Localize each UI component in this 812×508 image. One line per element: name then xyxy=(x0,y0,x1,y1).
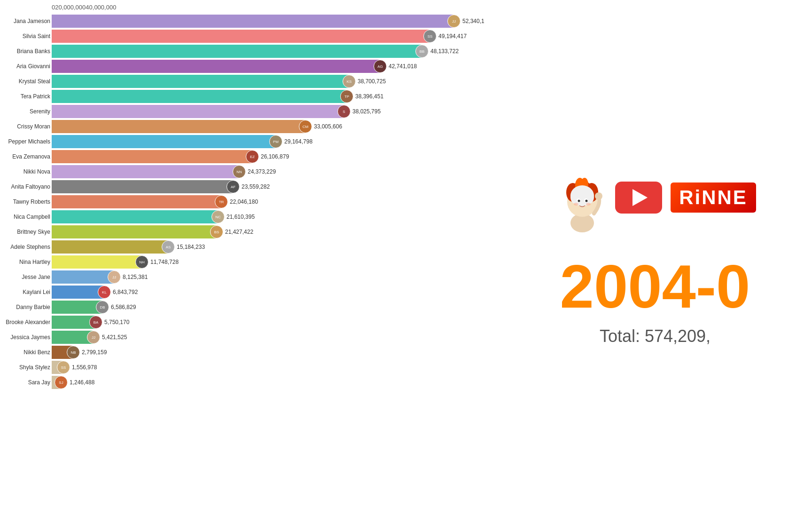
bar-avatar: KS xyxy=(343,75,356,88)
bar-avatar: DB xyxy=(96,301,109,314)
bar-track: TP38,396,451 xyxy=(52,90,498,103)
bar-label: Danny Barbie xyxy=(1,304,50,310)
bar-label: Serenity xyxy=(1,108,50,115)
bar-value-label: 26,106,879 xyxy=(261,153,289,160)
bar-label: Jesse Jane xyxy=(1,274,50,280)
bar-value-label: 38,396,451 xyxy=(355,93,383,100)
svg-point-15 xyxy=(586,203,591,206)
bar-label: Kaylani Lei xyxy=(1,289,50,295)
bar-row: Brittney SkyeBS21,427,422 xyxy=(52,225,498,239)
bar-value-label: 48,133,722 xyxy=(430,48,459,55)
bar-fill: AF xyxy=(52,180,233,193)
bar-value-label: 42,741,018 xyxy=(389,63,417,70)
bar-label: Nikki Benz xyxy=(1,349,50,356)
bar-value-label: 22,046,180 xyxy=(230,198,258,205)
bar-value-label: 8,125,381 xyxy=(123,274,148,280)
bar-fill: KL xyxy=(52,286,104,299)
bar-fill: S xyxy=(52,105,344,118)
bar-fill: EZ xyxy=(52,150,252,163)
bar-label: Nina Hartley xyxy=(1,259,50,265)
bar-avatar: AS xyxy=(162,240,175,254)
bar-fill: AS xyxy=(52,240,168,254)
svg-point-12 xyxy=(578,200,580,202)
logo-area: RiNNE xyxy=(554,162,756,237)
bar-avatar: BA xyxy=(89,316,102,329)
bar-fill: SJ xyxy=(52,376,61,389)
bar-avatar: NH xyxy=(135,255,148,269)
bar-value-label: 24,373,229 xyxy=(248,168,276,175)
bar-track: BS21,427,422 xyxy=(52,225,498,238)
bar-value-label: 5,750,170 xyxy=(104,319,129,325)
bar-avatar: AF xyxy=(226,180,240,193)
bar-value-label: 23,559,282 xyxy=(242,183,270,190)
bar-avatar: SS xyxy=(423,30,437,43)
bar-track: EZ26,106,879 xyxy=(52,150,498,163)
bar-label: Sara Jay xyxy=(1,379,50,386)
bar-fill: JJ xyxy=(52,270,114,284)
bar-track: AS15,184,233 xyxy=(52,240,498,254)
bar-row: Danny BarbieDB6,586,829 xyxy=(52,300,498,314)
bar-fill: JJ xyxy=(52,331,94,344)
bar-avatar: S xyxy=(337,105,351,118)
bar-row: Nica CampbellNC21,610,395 xyxy=(52,210,498,224)
bar-fill: KS xyxy=(52,75,349,88)
bar-fill: CM xyxy=(52,120,305,133)
bar-row: Nikki NovaNN24,373,229 xyxy=(52,165,498,179)
bar-track: JJ5,421,525 xyxy=(52,331,498,344)
bar-fill: SS xyxy=(52,30,430,43)
bar-avatar: TP xyxy=(340,90,353,103)
bar-label: Tera Patrick xyxy=(1,93,50,100)
bar-label: Jessica Jaymes xyxy=(1,334,50,341)
bar-label: Anita Faltoyano xyxy=(1,183,50,190)
bar-row: Aria GiovanniAG42,741,018 xyxy=(52,59,498,73)
bar-row: Krystal StealKS38,700,725 xyxy=(52,74,498,88)
bar-row: Shyla StylezSS1,556,978 xyxy=(52,360,498,374)
bar-track: AF23,559,282 xyxy=(52,180,498,193)
bar-label: Brooke Alexander xyxy=(1,319,50,325)
bar-track: KS38,700,725 xyxy=(52,75,498,88)
bar-avatar: SJ xyxy=(55,376,68,389)
bar-fill: TR xyxy=(52,195,221,208)
bar-label: Aria Giovanni xyxy=(1,63,50,70)
bar-value-label: 6,843,792 xyxy=(113,289,138,295)
bar-avatar: JJ xyxy=(447,15,461,28)
bar-label: Adele Stephens xyxy=(1,244,50,250)
bar-row: Adele StephensAS15,184,233 xyxy=(52,240,498,254)
bar-label: Briana Banks xyxy=(1,48,50,55)
bar-row: Nikki BenzNB2,799,159 xyxy=(52,345,498,359)
mascot-icon xyxy=(554,162,610,237)
bar-value-label: 11,748,728 xyxy=(150,259,179,265)
bar-value-label: 15,184,233 xyxy=(177,244,205,250)
svg-point-13 xyxy=(586,200,588,202)
bar-track: NC21,610,395 xyxy=(52,210,498,223)
bars-container: Jana JamesonJJ52,340,1Silvia SaintSS49,1… xyxy=(0,14,498,389)
bar-track: SS1,556,978 xyxy=(52,361,498,374)
bar-row: Tawny RobertsTR22,046,180 xyxy=(52,195,498,209)
bar-value-label: 1,246,488 xyxy=(70,379,94,386)
channel-name: RiNNE xyxy=(679,186,748,208)
bar-label: Tawny Roberts xyxy=(1,198,50,205)
bar-value-label: 38,700,725 xyxy=(358,78,386,85)
bar-avatar: EZ xyxy=(246,150,259,163)
bar-row: Tera PatrickTP38,396,451 xyxy=(52,89,498,103)
bar-label: Silvia Saint xyxy=(1,33,50,40)
bar-row: Crissy MoranCM33,005,606 xyxy=(52,119,498,134)
bar-avatar: CM xyxy=(299,120,312,133)
bar-track: SJ1,246,488 xyxy=(52,376,498,389)
bar-fill: JJ xyxy=(52,15,454,28)
svg-point-16 xyxy=(595,192,602,200)
bar-row: Jessica JaymesJJ5,421,525 xyxy=(52,330,498,344)
bar-row: Eva ZemanovaEZ26,106,879 xyxy=(52,150,498,164)
bar-value-label: 49,194,417 xyxy=(438,33,467,40)
youtube-button[interactable] xyxy=(615,182,662,214)
bar-label: Brittney Skye xyxy=(1,229,50,235)
bar-row: SerenityS38,025,795 xyxy=(52,104,498,119)
bar-row: Brooke AlexanderBA5,750,170 xyxy=(52,315,498,329)
axis-label-20m: 20,000,000 xyxy=(55,4,86,11)
bar-avatar: JJ xyxy=(108,270,121,284)
bar-fill: DB xyxy=(52,301,102,314)
bar-track: BA5,750,170 xyxy=(52,316,498,329)
bar-track: TR22,046,180 xyxy=(52,195,498,208)
bar-row: Briana BanksBB48,133,722 xyxy=(52,44,498,58)
bar-row: Nina HartleyNH11,748,728 xyxy=(52,255,498,269)
